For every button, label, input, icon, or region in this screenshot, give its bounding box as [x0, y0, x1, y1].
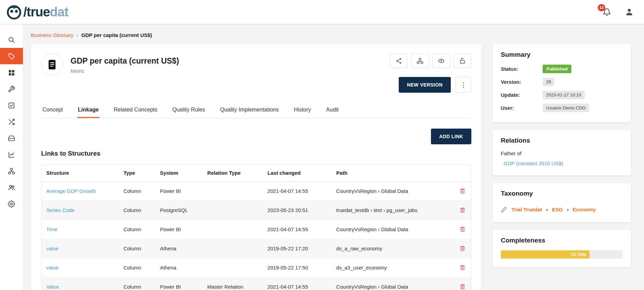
- sidebar-item-search[interactable]: [0, 31, 23, 48]
- table-header-row: Structure Type System Relation Type Last…: [41, 164, 471, 182]
- sidebar-item-data-sources[interactable]: [0, 130, 23, 146]
- taxonomy-domain-link[interactable]: Trial Truedat: [511, 207, 542, 212]
- column-header-last-changed: Last changed: [263, 164, 332, 182]
- page-title: GDP per capita (current US$): [71, 56, 179, 66]
- breadcrumb-parent-link[interactable]: Business Glossary: [31, 32, 73, 38]
- structure-link[interactable]: value: [46, 246, 59, 251]
- table-row: Series Code Column PostgreSQL 2023-05-23…: [41, 201, 471, 220]
- sidebar-item-analytics[interactable]: [0, 146, 23, 163]
- relation-type-cell: [202, 220, 263, 239]
- tag-icon: [8, 53, 15, 60]
- sidebar-item-admin-tools[interactable]: [0, 81, 23, 97]
- trash-icon: [459, 264, 466, 271]
- taxonomy-separator: ›: [546, 207, 548, 212]
- notification-badge: 13: [598, 4, 605, 11]
- relation-type-cell: [202, 239, 263, 258]
- user-menu-button[interactable]: [625, 8, 634, 16]
- links-section-title: Links to Structures: [41, 150, 471, 157]
- brand-dat: dat: [50, 5, 68, 19]
- add-link-button[interactable]: ADD LINK: [431, 129, 471, 144]
- trash-icon: [459, 188, 466, 194]
- book-icon: [46, 58, 58, 71]
- structure-link[interactable]: Average GDP Growth: [46, 188, 96, 194]
- trash-icon: [459, 226, 466, 232]
- completeness-bar-fill: 72.73%: [501, 250, 590, 259]
- concept-action-icons: [390, 54, 471, 68]
- system-cell: Power BI: [155, 220, 202, 239]
- sidebar-item-structures[interactable]: [0, 163, 23, 179]
- path-cell: ds_a3_user_economy: [332, 258, 454, 277]
- links-table: Structure Type System Relation Type Last…: [41, 164, 471, 290]
- tab-history[interactable]: History: [293, 102, 312, 118]
- sidebar-item-settings[interactable]: [0, 196, 23, 212]
- tab-linkage[interactable]: Linkage: [77, 102, 99, 118]
- structure-link[interactable]: Time: [46, 226, 58, 232]
- delete-link-button[interactable]: [459, 245, 466, 252]
- user-label: User:: [501, 105, 543, 111]
- table-row: Time Column Power BI 2021-04-07 14:55 Co…: [41, 220, 471, 239]
- right-panel: Summary Status: Published Version: 29 Up…: [493, 44, 631, 267]
- relation-type-cell: [202, 182, 263, 201]
- last-changed-cell: 2021-04-07 14:55: [263, 220, 332, 239]
- kebab-icon: ⋮: [460, 81, 467, 89]
- concept-type-label: Metric: [71, 68, 179, 74]
- share-button[interactable]: [390, 54, 408, 68]
- completeness-card: Completeness 72.73%: [493, 230, 631, 267]
- relation-type-cell: [202, 201, 263, 220]
- tab-quality-rules[interactable]: Quality Rules: [172, 102, 206, 118]
- delete-link-button[interactable]: [459, 225, 466, 233]
- tab-audit[interactable]: Audit: [325, 102, 339, 118]
- watch-button[interactable]: [432, 54, 450, 68]
- permissions-button[interactable]: [454, 54, 471, 68]
- table-row: value Column Athena 2019-05-22 17:50 ds_…: [41, 258, 471, 277]
- check-square-icon: [8, 102, 15, 109]
- sidebar-item-lineage[interactable]: [0, 114, 23, 130]
- column-header-structure: Structure: [41, 164, 119, 182]
- sidebar-item-users[interactable]: [0, 179, 23, 196]
- tab-quality-implementations[interactable]: Quality Implementations: [219, 102, 280, 118]
- structure-link[interactable]: Value: [46, 284, 59, 290]
- structure-link[interactable]: Series Code: [46, 207, 75, 213]
- edit-taxonomy-button[interactable]: [501, 206, 507, 213]
- sidebar-item-quality[interactable]: [0, 97, 23, 114]
- users-icon: [8, 184, 15, 191]
- system-cell: PostgreSQL: [155, 201, 202, 220]
- delete-link-button[interactable]: [459, 187, 466, 195]
- lineage-view-button[interactable]: [411, 54, 429, 68]
- last-changed-cell: 2019-05-22 17:50: [263, 258, 332, 277]
- new-version-button[interactable]: NEW VERSION: [399, 77, 451, 93]
- brand-slash: /: [23, 5, 27, 19]
- structure-link[interactable]: value: [46, 265, 59, 271]
- taxonomy-domain-link[interactable]: Economy: [573, 207, 596, 212]
- status-badge: Published: [543, 65, 571, 73]
- top-bar: /truedat 13: [0, 0, 644, 24]
- more-options-button[interactable]: ⋮: [456, 77, 471, 93]
- relation-type-cell: [202, 258, 263, 277]
- app-shell: Business Glossary › GDP per capita (curr…: [0, 24, 644, 290]
- system-cell: Athena: [155, 258, 202, 277]
- path-cell: CountryVsRegion › Global Data: [332, 220, 454, 239]
- delete-link-button[interactable]: [459, 283, 466, 290]
- tab-concept[interactable]: Concept: [42, 102, 64, 118]
- sidebar-item-dashboards[interactable]: [0, 64, 23, 81]
- delete-link-button[interactable]: [459, 264, 466, 271]
- delete-link-button[interactable]: [459, 206, 466, 214]
- column-header-system: System: [155, 164, 202, 182]
- trash-icon: [459, 207, 466, 213]
- tab-related-concepts[interactable]: Related Concepts: [113, 102, 158, 118]
- concept-card: GDP per capita (current US$) Metric: [31, 44, 482, 290]
- table-row: Average GDP Growth Column Power BI 2021-…: [41, 182, 471, 201]
- hard-drive-icon: [8, 135, 15, 142]
- notifications-button[interactable]: 13: [603, 8, 611, 16]
- last-changed-cell: 2023-05-23 20:51: [263, 201, 332, 220]
- brand-logo[interactable]: /truedat: [6, 4, 68, 20]
- update-badge: 2023-01-17 10:10: [543, 91, 585, 99]
- type-cell: Column: [119, 277, 155, 290]
- relation-concept-link[interactable]: GDP (constant 2010 US$): [504, 160, 563, 166]
- taxonomy-domain-link[interactable]: ESG: [552, 207, 563, 212]
- version-label: Version:: [501, 79, 543, 85]
- sidebar-item-glossary[interactable]: [0, 48, 23, 64]
- shuffle-icon: [8, 118, 15, 126]
- system-cell: Athena: [155, 239, 202, 258]
- chart-icon: [8, 151, 15, 158]
